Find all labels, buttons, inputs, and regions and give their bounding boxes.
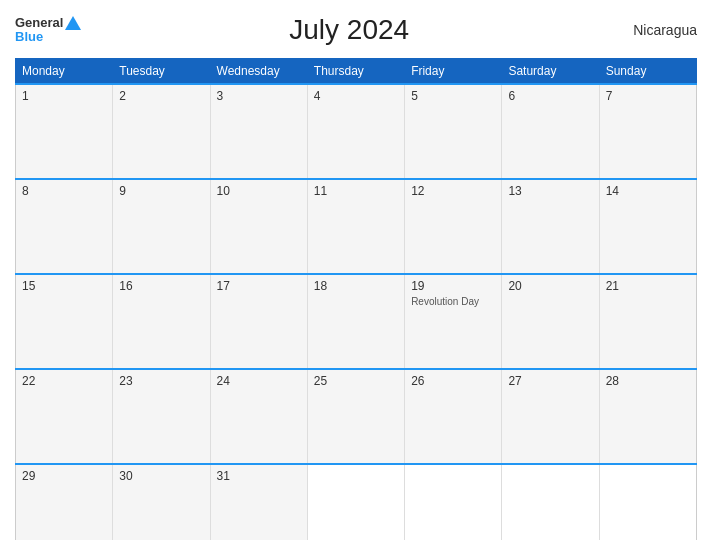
logo-general-text: General: [15, 16, 63, 30]
day-number: 21: [606, 279, 690, 293]
day-cell-0-4: 5: [405, 84, 502, 179]
logo-blue-text: Blue: [15, 30, 43, 44]
day-cell-1-2: 10: [210, 179, 307, 274]
day-number: 20: [508, 279, 592, 293]
day-cell-1-6: 14: [599, 179, 696, 274]
day-cell-2-1: 16: [113, 274, 210, 369]
header-wednesday: Wednesday: [210, 59, 307, 85]
day-cell-1-4: 12: [405, 179, 502, 274]
day-number: 6: [508, 89, 592, 103]
header-tuesday: Tuesday: [113, 59, 210, 85]
day-cell-2-6: 21: [599, 274, 696, 369]
day-number: 25: [314, 374, 398, 388]
weekday-header-row: Monday Tuesday Wednesday Thursday Friday…: [16, 59, 697, 85]
day-cell-3-0: 22: [16, 369, 113, 464]
day-cell-0-6: 7: [599, 84, 696, 179]
header: General Blue July 2024 Nicaragua: [15, 10, 697, 50]
day-cell-0-0: 1: [16, 84, 113, 179]
header-friday: Friday: [405, 59, 502, 85]
day-number: 23: [119, 374, 203, 388]
day-cell-4-3: [307, 464, 404, 540]
day-cell-2-2: 17: [210, 274, 307, 369]
day-number: 17: [217, 279, 301, 293]
day-number: 31: [217, 469, 301, 483]
month-title: July 2024: [81, 14, 617, 46]
header-thursday: Thursday: [307, 59, 404, 85]
day-cell-2-3: 18: [307, 274, 404, 369]
calendar-container: General Blue July 2024 Nicaragua Monday …: [0, 0, 712, 550]
logo: General Blue: [15, 16, 81, 45]
week-row-2: 891011121314: [16, 179, 697, 274]
day-cell-2-4: 19Revolution Day: [405, 274, 502, 369]
day-cell-1-0: 8: [16, 179, 113, 274]
week-row-1: 1234567: [16, 84, 697, 179]
day-cell-0-5: 6: [502, 84, 599, 179]
day-number: 12: [411, 184, 495, 198]
calendar-table: Monday Tuesday Wednesday Thursday Friday…: [15, 58, 697, 540]
day-number: 9: [119, 184, 203, 198]
day-number: 22: [22, 374, 106, 388]
day-cell-3-2: 24: [210, 369, 307, 464]
day-number: 30: [119, 469, 203, 483]
day-number: 19: [411, 279, 495, 293]
day-number: 11: [314, 184, 398, 198]
day-number: 26: [411, 374, 495, 388]
day-cell-0-2: 3: [210, 84, 307, 179]
day-cell-0-1: 2: [113, 84, 210, 179]
day-number: 27: [508, 374, 592, 388]
day-number: 24: [217, 374, 301, 388]
week-row-3: 1516171819Revolution Day2021: [16, 274, 697, 369]
day-cell-2-0: 15: [16, 274, 113, 369]
logo-triangle-icon: [65, 16, 81, 30]
day-cell-3-1: 23: [113, 369, 210, 464]
day-cell-4-6: [599, 464, 696, 540]
header-saturday: Saturday: [502, 59, 599, 85]
day-number: 5: [411, 89, 495, 103]
day-cell-3-5: 27: [502, 369, 599, 464]
day-number: 28: [606, 374, 690, 388]
day-cell-4-4: [405, 464, 502, 540]
day-number: 16: [119, 279, 203, 293]
week-row-4: 22232425262728: [16, 369, 697, 464]
day-number: 7: [606, 89, 690, 103]
day-number: 18: [314, 279, 398, 293]
day-number: 13: [508, 184, 592, 198]
day-cell-1-1: 9: [113, 179, 210, 274]
day-cell-1-3: 11: [307, 179, 404, 274]
day-number: 29: [22, 469, 106, 483]
day-number: 2: [119, 89, 203, 103]
day-number: 3: [217, 89, 301, 103]
day-number: 14: [606, 184, 690, 198]
day-cell-2-5: 20: [502, 274, 599, 369]
day-cell-4-5: [502, 464, 599, 540]
event-label: Revolution Day: [411, 295, 495, 308]
country-label: Nicaragua: [617, 22, 697, 38]
day-cell-4-2: 31: [210, 464, 307, 540]
day-number: 8: [22, 184, 106, 198]
day-cell-1-5: 13: [502, 179, 599, 274]
day-cell-4-0: 29: [16, 464, 113, 540]
day-cell-3-3: 25: [307, 369, 404, 464]
day-number: 15: [22, 279, 106, 293]
week-row-5: 293031: [16, 464, 697, 540]
day-cell-3-4: 26: [405, 369, 502, 464]
header-sunday: Sunday: [599, 59, 696, 85]
day-number: 10: [217, 184, 301, 198]
day-cell-3-6: 28: [599, 369, 696, 464]
day-number: 1: [22, 89, 106, 103]
day-cell-4-1: 30: [113, 464, 210, 540]
day-cell-0-3: 4: [307, 84, 404, 179]
header-monday: Monday: [16, 59, 113, 85]
day-number: 4: [314, 89, 398, 103]
